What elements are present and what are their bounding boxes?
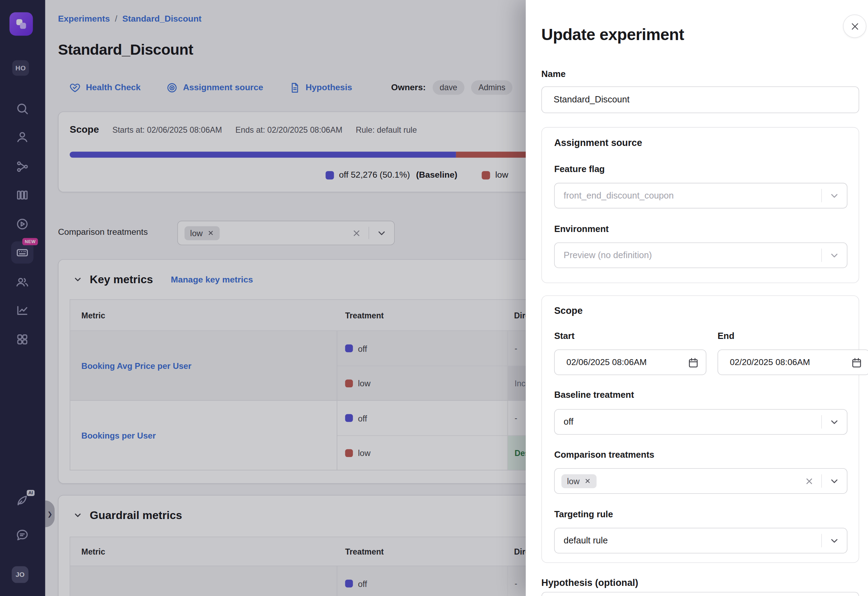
targeting-rule-select[interactable]: default rule <box>554 528 847 553</box>
targeting-rule-value: default rule <box>555 536 608 546</box>
chevron-down-icon[interactable] <box>829 250 839 261</box>
comparison-treatments-label: Comparison treatments <box>554 450 654 460</box>
comparison-treatments-select[interactable]: low <box>554 468 847 494</box>
update-experiment-drawer: Update experiment Name Standard_Discount… <box>526 0 868 596</box>
feature-flag-value: front_end_discount_coupon <box>555 190 674 201</box>
chevron-down-icon[interactable] <box>829 476 839 486</box>
treatment-tag[interactable]: low <box>561 474 596 488</box>
close-icon <box>850 22 859 31</box>
baseline-treatment-value: off <box>555 417 574 427</box>
start-label: Start <box>554 331 574 341</box>
drawer-title: Update experiment <box>542 26 684 44</box>
end-date-input[interactable]: 02/20/2025 08:06AM <box>717 350 868 375</box>
targeting-rule-label: Targeting rule <box>554 509 613 519</box>
clear-selection-icon[interactable] <box>805 476 814 485</box>
environment-value: Preview (no definition) <box>555 250 652 260</box>
baseline-treatment-label: Baseline treatment <box>554 390 634 400</box>
select-divider <box>821 474 822 488</box>
assignment-source-card: Assignment source Feature flag front_end… <box>542 127 859 283</box>
feature-flag-select[interactable]: front_end_discount_coupon <box>554 183 847 209</box>
treatment-tag-label: low <box>567 476 580 485</box>
select-divider <box>821 249 822 262</box>
hypothesis-input[interactable] <box>542 592 859 596</box>
chevron-down-icon[interactable] <box>829 417 839 427</box>
baseline-treatment-select[interactable]: off <box>554 409 847 435</box>
scope-card-title: Scope <box>554 305 583 317</box>
feature-flag-label: Feature flag <box>554 164 605 174</box>
tag-remove-icon[interactable] <box>584 478 590 484</box>
select-divider <box>821 189 822 202</box>
calendar-icon[interactable] <box>851 356 863 368</box>
scope-card: Scope Start End 02/06/2025 08:06AM 02/20… <box>542 295 859 563</box>
start-date-input[interactable]: 02/06/2025 08:06AM <box>554 350 706 375</box>
select-divider <box>821 415 822 428</box>
end-label: End <box>717 331 734 341</box>
hypothesis-optional-label: Hypothesis (optional) <box>542 578 638 589</box>
app: Experiments / Standard_Discount Standard… <box>0 0 868 596</box>
name-value: Standard_Discount <box>542 95 629 105</box>
select-divider <box>821 534 822 547</box>
start-date-value: 02/06/2025 08:06AM <box>555 357 647 367</box>
name-label: Name <box>542 69 566 79</box>
calendar-icon[interactable] <box>688 356 699 368</box>
close-button[interactable] <box>843 15 866 38</box>
end-date-value: 02/20/2025 08:06AM <box>718 357 810 367</box>
environment-select[interactable]: Preview (no definition) <box>554 242 847 268</box>
name-input[interactable]: Standard_Discount <box>542 86 859 113</box>
environment-label: Environment <box>554 224 608 234</box>
assignment-source-title: Assignment source <box>554 137 642 149</box>
chevron-down-icon[interactable] <box>829 190 839 201</box>
chevron-down-icon[interactable] <box>829 536 839 546</box>
